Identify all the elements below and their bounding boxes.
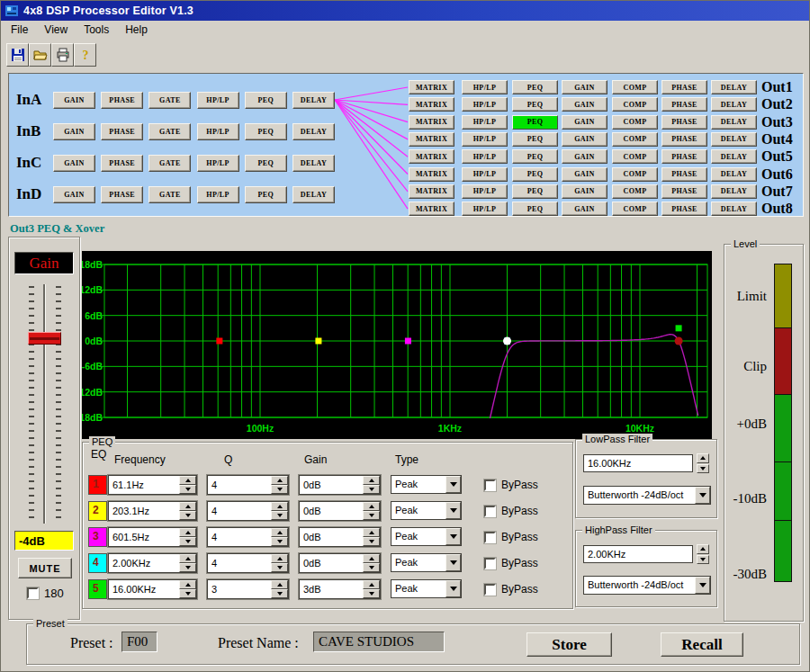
preset-number-field[interactable]: F00 bbox=[122, 632, 158, 652]
spin-up-button[interactable] bbox=[697, 453, 709, 463]
input-inc-gain-button[interactable]: GAIN bbox=[53, 155, 95, 172]
spin-up-button[interactable] bbox=[363, 580, 380, 589]
output-out3-gain-button[interactable]: GAIN bbox=[562, 115, 608, 130]
menu-view[interactable]: View bbox=[36, 22, 76, 38]
output-out2-phase-button[interactable]: PHASE bbox=[662, 97, 707, 112]
spin-up-button[interactable] bbox=[363, 554, 380, 563]
spin-down-button[interactable] bbox=[363, 537, 380, 546]
output-out8-peq-button[interactable]: PEQ bbox=[512, 202, 558, 216]
input-ind-delay-button[interactable]: DELAY bbox=[292, 186, 335, 203]
output-out7-delay-button[interactable]: DELAY bbox=[711, 184, 757, 199]
spin-down-button[interactable] bbox=[271, 511, 288, 520]
output-out1-matrix-button[interactable]: MATRIX bbox=[409, 80, 454, 94]
highpass-point[interactable] bbox=[503, 337, 511, 345]
output-out5-phase-button[interactable]: PHASE bbox=[662, 149, 707, 164]
output-out4-matrix-button[interactable]: MATRIX bbox=[409, 132, 454, 147]
spin-down-button[interactable] bbox=[363, 511, 380, 520]
output-out5-gain-button[interactable]: GAIN bbox=[562, 149, 608, 164]
output-out8-comp-button[interactable]: COMP bbox=[612, 202, 658, 216]
band-3-q-field[interactable]: 4 bbox=[207, 527, 289, 547]
output-out4-peq-button[interactable]: PEQ bbox=[512, 132, 558, 147]
lowpass-point[interactable] bbox=[675, 337, 683, 345]
output-out5-peq-button[interactable]: PEQ bbox=[512, 149, 558, 164]
input-ind-gain-button[interactable]: GAIN bbox=[53, 186, 95, 203]
input-ina-delay-button[interactable]: DELAY bbox=[292, 92, 335, 109]
output-out6-phase-button[interactable]: PHASE bbox=[662, 167, 707, 182]
spin-down-button[interactable] bbox=[179, 537, 196, 546]
spin-down-button[interactable] bbox=[179, 563, 196, 572]
band-2-bypass-checkbox[interactable] bbox=[484, 506, 496, 517]
output-out8-delay-button[interactable]: DELAY bbox=[711, 202, 757, 216]
output-out1-gain-button[interactable]: GAIN bbox=[562, 80, 608, 94]
band-3-gain-field[interactable]: 0dB bbox=[299, 527, 381, 547]
spin-up-button[interactable] bbox=[179, 528, 196, 537]
output-out8-phase-button[interactable]: PHASE bbox=[662, 202, 707, 216]
band-5-bypass-checkbox[interactable] bbox=[484, 584, 496, 596]
spin-down-button[interactable] bbox=[271, 563, 288, 572]
output-out4-hplp-button[interactable]: HP/LP bbox=[462, 132, 508, 147]
spin-up-button[interactable] bbox=[179, 554, 196, 563]
preset-name-field[interactable]: CAVE STUDIOS bbox=[313, 632, 445, 652]
input-inc-gate-button[interactable]: GATE bbox=[148, 155, 191, 172]
band-5-gain-field[interactable]: 3dB bbox=[299, 579, 381, 599]
help-button[interactable]: ? bbox=[74, 43, 96, 67]
output-out5-comp-button[interactable]: COMP bbox=[612, 149, 658, 164]
input-inc-hplp-button[interactable]: HP/LP bbox=[197, 155, 239, 172]
output-out6-matrix-button[interactable]: MATRIX bbox=[409, 167, 454, 182]
output-out7-matrix-button[interactable]: MATRIX bbox=[409, 184, 454, 199]
output-out7-gain-button[interactable]: GAIN bbox=[562, 184, 608, 199]
spin-up-button[interactable] bbox=[697, 544, 709, 554]
spin-down-button[interactable] bbox=[363, 563, 380, 572]
band-3-type-dropdown-button[interactable] bbox=[446, 528, 461, 545]
band-1-gain-field[interactable]: 0dB bbox=[299, 475, 381, 495]
input-inc-delay-button[interactable]: DELAY bbox=[292, 155, 335, 172]
input-inc-phase-button[interactable]: PHASE bbox=[101, 155, 143, 172]
band-2-frequency-field[interactable]: 203.1Hz bbox=[108, 501, 197, 521]
phase-180-checkbox[interactable] bbox=[27, 587, 39, 599]
band-5-type-select[interactable]: Peak bbox=[391, 579, 462, 598]
band-1-frequency-field[interactable]: 61.1Hz bbox=[108, 475, 197, 495]
spin-up-button[interactable] bbox=[271, 528, 288, 537]
spin-up-button[interactable] bbox=[271, 502, 288, 511]
band-2-type-select[interactable]: Peak bbox=[391, 501, 462, 520]
output-out1-delay-button[interactable]: DELAY bbox=[711, 80, 757, 94]
output-out3-comp-button[interactable]: COMP bbox=[612, 115, 658, 130]
output-out2-gain-button[interactable]: GAIN bbox=[562, 97, 608, 112]
output-out2-matrix-button[interactable]: MATRIX bbox=[409, 97, 454, 112]
input-inb-phase-button[interactable]: PHASE bbox=[101, 123, 143, 140]
output-out2-comp-button[interactable]: COMP bbox=[612, 97, 658, 112]
input-ind-hplp-button[interactable]: HP/LP bbox=[197, 186, 239, 203]
input-ind-gate-button[interactable]: GATE bbox=[148, 186, 191, 203]
highpass-frequency-field[interactable]: 2.00KHz bbox=[583, 545, 693, 563]
input-ina-hplp-button[interactable]: HP/LP bbox=[197, 92, 239, 109]
band-2-q-field[interactable]: 4 bbox=[207, 501, 289, 521]
spin-up-button[interactable] bbox=[271, 476, 288, 485]
band-1-type-dropdown-button[interactable] bbox=[446, 476, 461, 493]
output-out3-hplp-button[interactable]: HP/LP bbox=[462, 115, 508, 130]
band-4-type-dropdown-button[interactable] bbox=[446, 554, 461, 571]
spin-up-button[interactable] bbox=[363, 476, 380, 485]
eq-band-1-point[interactable] bbox=[216, 338, 222, 345]
output-out1-comp-button[interactable]: COMP bbox=[612, 80, 658, 94]
spin-down-button[interactable] bbox=[271, 537, 288, 546]
input-inc-peq-button[interactable]: PEQ bbox=[245, 155, 287, 172]
band-4-type-select[interactable]: Peak bbox=[391, 553, 462, 572]
band-3-type-select[interactable]: Peak bbox=[391, 527, 462, 546]
spin-down-button[interactable] bbox=[179, 485, 196, 494]
eq-response-graph[interactable]: 18dB12dB6dB0dB-6dB-12dB-18dB100Hz1KHz10K… bbox=[82, 251, 712, 439]
spin-up-button[interactable] bbox=[179, 476, 196, 485]
output-out7-comp-button[interactable]: COMP bbox=[612, 184, 658, 199]
output-out5-hplp-button[interactable]: HP/LP bbox=[462, 149, 508, 164]
spin-up-button[interactable] bbox=[179, 502, 196, 511]
highpass-frequency-spinner[interactable] bbox=[697, 544, 709, 564]
band-4-frequency-field[interactable]: 2.00KHz bbox=[108, 553, 197, 573]
output-out4-gain-button[interactable]: GAIN bbox=[562, 132, 608, 147]
spin-up-button[interactable] bbox=[363, 502, 380, 511]
eq-band-2-point[interactable] bbox=[315, 338, 321, 345]
spin-up-button[interactable] bbox=[271, 580, 288, 589]
input-ina-peq-button[interactable]: PEQ bbox=[245, 92, 287, 109]
output-out8-hplp-button[interactable]: HP/LP bbox=[462, 202, 508, 216]
output-out1-phase-button[interactable]: PHASE bbox=[662, 80, 707, 94]
output-out5-delay-button[interactable]: DELAY bbox=[711, 149, 757, 164]
lowpass-dropdown-button[interactable] bbox=[695, 487, 710, 504]
